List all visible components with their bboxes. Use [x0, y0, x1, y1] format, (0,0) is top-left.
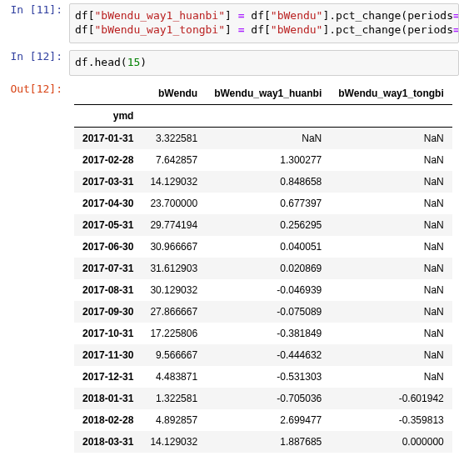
code-token: "bWendu"	[271, 9, 323, 22]
cell: 0.677397	[206, 193, 330, 214]
cell: 1.322581	[142, 388, 206, 409]
row-index: 2017-05-31	[74, 214, 142, 236]
row-index: 2018-02-28	[74, 409, 142, 431]
code-token: )	[140, 56, 147, 68]
cell: -0.359813	[330, 409, 452, 431]
table-row: 2018-01-311.322581-0.705036-0.601942	[74, 388, 452, 409]
row-index: 2017-08-31	[74, 279, 142, 301]
cell: 3.322581	[142, 127, 206, 149]
code-token: "bWendu"	[271, 23, 323, 36]
cell: -0.601942	[330, 388, 452, 409]
cell: 30.966667	[142, 236, 206, 258]
cell: NaN	[330, 366, 452, 388]
code-token: =	[453, 9, 459, 22]
cell: 0.848658	[206, 171, 330, 193]
cell: NaN	[330, 258, 452, 279]
code-token: 15	[127, 56, 141, 68]
cell: 2.699477	[206, 409, 330, 431]
cell: NaN	[330, 171, 452, 193]
cell: 9.566667	[142, 344, 206, 366]
table-row: 2017-08-3130.129032-0.046939NaN	[74, 279, 452, 301]
cell: NaN	[330, 344, 452, 366]
cell: NaN	[330, 127, 452, 149]
cell: NaN	[206, 127, 330, 149]
row-index: 2018-03-31	[74, 431, 142, 453]
col-header: bWendu	[142, 83, 206, 105]
output-cell-12: Out[12]: bWendu bWendu_way1_huanbi bWend…	[0, 79, 459, 456]
code-token: df[	[75, 23, 94, 36]
table-body: 2017-01-313.322581NaNNaN2017-02-287.6428…	[74, 127, 452, 453]
table-row: 2018-03-3114.1290321.8876850.000000	[74, 431, 452, 453]
row-index: 2017-09-30	[74, 301, 142, 323]
output-area-12: bWendu bWendu_way1_huanbi bWendu_way1_to…	[69, 83, 459, 453]
index-name: ymd	[74, 104, 142, 127]
dataframe-table: bWendu bWendu_way1_huanbi bWendu_way1_to…	[74, 83, 452, 453]
cell: 4.483871	[142, 366, 206, 388]
col-header: bWendu_way1_tongbi	[330, 83, 452, 105]
cell: -0.705036	[206, 388, 330, 409]
cell: 23.700000	[142, 193, 206, 214]
table-row: 2017-06-3030.9666670.040051NaN	[74, 236, 452, 258]
table-row: 2018-02-284.8928572.699477-0.359813	[74, 409, 452, 431]
table-row: 2017-05-3129.7741940.256295NaN	[74, 214, 452, 236]
cell: 29.774194	[142, 214, 206, 236]
cell: NaN	[330, 193, 452, 214]
input-cell-12: In [12]: df.head(15)	[0, 47, 459, 79]
cell: 17.225806	[142, 323, 206, 344]
cell: NaN	[330, 301, 452, 323]
table-row: 2017-07-3131.6129030.020869NaN	[74, 258, 452, 279]
cell: -0.444632	[206, 344, 330, 366]
cell: 27.866667	[142, 301, 206, 323]
table-head: bWendu bWendu_way1_huanbi bWendu_way1_to…	[74, 83, 452, 128]
row-index: 2017-10-31	[74, 323, 142, 344]
code-token: df[	[245, 9, 271, 22]
cell: NaN	[330, 214, 452, 236]
cell: -0.075089	[206, 301, 330, 323]
cell: 30.129032	[142, 279, 206, 301]
code-token: ]	[225, 9, 238, 22]
code-token: =	[453, 23, 459, 36]
cell: 14.129032	[142, 431, 206, 453]
row-index: 2017-03-31	[74, 171, 142, 193]
out-prompt-12: Out[12]:	[0, 83, 69, 453]
row-index: 2017-12-31	[74, 366, 142, 388]
code-token: ].pct_change(periods	[322, 9, 453, 22]
row-index: 2017-07-31	[74, 258, 142, 279]
table-row: 2017-04-3023.7000000.677397NaN	[74, 193, 452, 214]
cell: 0.020869	[206, 258, 330, 279]
code-input-12[interactable]: df.head(15)	[69, 50, 459, 76]
code-token: df[	[245, 23, 271, 36]
cell: NaN	[330, 149, 452, 171]
cell: 0.000000	[330, 431, 452, 453]
cell: 14.129032	[142, 171, 206, 193]
input-cell-11: In [11]: df["bWendu_way1_huanbi"] = df["…	[0, 0, 459, 47]
cell: 7.642857	[142, 149, 206, 171]
cell: NaN	[330, 236, 452, 258]
code-token: ]	[225, 23, 238, 36]
code-input-11[interactable]: df["bWendu_way1_huanbi"] = df["bWendu"].…	[69, 3, 459, 43]
cell: -0.381849	[206, 323, 330, 344]
cell: 1.887685	[206, 431, 330, 453]
table-row: 2017-01-313.322581NaNNaN	[74, 127, 452, 149]
row-index: 2017-06-30	[74, 236, 142, 258]
cell: -0.046939	[206, 279, 330, 301]
row-index: 2017-04-30	[74, 193, 142, 214]
code-token: ].pct_change(periods	[322, 23, 453, 36]
table-row: 2017-12-314.483871-0.531303NaN	[74, 366, 452, 388]
code-token: df.head(	[75, 56, 127, 68]
table-row: 2017-03-3114.1290320.848658NaN	[74, 171, 452, 193]
row-index: 2017-02-28	[74, 149, 142, 171]
code-token: =	[238, 9, 245, 22]
cell: 31.612903	[142, 258, 206, 279]
cell: -0.531303	[206, 366, 330, 388]
row-index: 2017-11-30	[74, 344, 142, 366]
code-token: "bWendu_way1_huanbi"	[94, 9, 225, 22]
code-token: df[	[75, 9, 94, 22]
cell: 4.892857	[142, 409, 206, 431]
table-row: 2017-10-3117.225806-0.381849NaN	[74, 323, 452, 344]
cell: NaN	[330, 279, 452, 301]
table-row: 2017-11-309.566667-0.444632NaN	[74, 344, 452, 366]
table-row: 2017-02-287.6428571.300277NaN	[74, 149, 452, 171]
cell: NaN	[330, 323, 452, 344]
in-prompt-12: In [12]:	[0, 50, 69, 76]
